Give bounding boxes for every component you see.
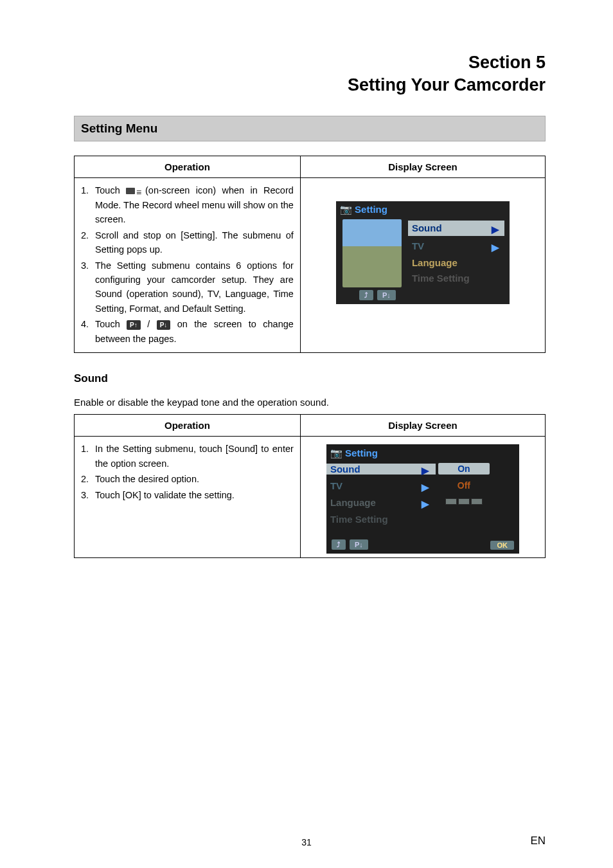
display-cell: 📷 Setting Sound▶ On TV▶ Off Language▶ [300, 437, 545, 558]
flag-icon [458, 498, 470, 505]
list-item: 1. In the Setting submenu, touch [Sound]… [81, 442, 294, 471]
table-sound: Operation Display Screen 1. In the Setti… [74, 414, 546, 558]
section-line: Section 5 [468, 53, 546, 72]
list-item: 3. The Setting submenu contains 6 option… [81, 258, 294, 316]
page-down-button[interactable]: P↓ [350, 539, 368, 550]
screen-title: 📷 Setting [326, 444, 519, 460]
screen-footer: P↓ [359, 290, 396, 300]
flag-icon [471, 498, 483, 505]
option-row-language[interactable]: Language▶ [326, 494, 519, 511]
title-line: Setting Your Camcorder [348, 75, 546, 95]
table-setting-menu: Operation Display Screen 1. Touch (on-sc… [74, 156, 546, 353]
option-value-on[interactable]: On [438, 463, 490, 475]
menu-item-language[interactable]: Language [408, 255, 504, 271]
th-display: Display Screen [300, 415, 545, 437]
step-number: 3. [81, 258, 95, 316]
list-item: 1. Touch (on-screen icon) when in Record… [81, 183, 294, 226]
step-number: 1. [81, 442, 95, 471]
list-item: 3. Touch [OK] to validate the setting. [81, 488, 294, 502]
page: Section 5 Setting Your Camcorder Setting… [0, 0, 613, 868]
screen-footer-left: P↓ [332, 539, 368, 550]
flag-icon [445, 498, 457, 505]
operation-cell: 1. Touch (on-screen icon) when in Record… [75, 178, 301, 353]
step-text: The Setting submenu contains 6 options f… [95, 258, 294, 316]
back-button[interactable] [359, 290, 373, 300]
chevron-right-icon: ▶ [422, 498, 429, 510]
list-item: 4. Touch P↑ / P↓ on the screen to change… [81, 317, 294, 346]
step-text: Scroll and stop on [Setting]. The submen… [95, 228, 294, 257]
option-row-sound[interactable]: Sound▶ On [326, 460, 519, 477]
step-text: Touch P↑ / P↓ on the screen to change be… [95, 317, 294, 346]
list-item: 2. Touch the desired option. [81, 472, 294, 486]
display-screen-sound: 📷 Setting Sound▶ On TV▶ Off Language▶ [326, 444, 519, 554]
step-text: In the Setting submenu, touch [Sound] to… [95, 442, 294, 471]
menu-item-tv[interactable]: TV▶ [408, 239, 504, 254]
display-screen-setting: 📷 Setting Sound▶ TV▶ Language Time Setti… [336, 201, 510, 304]
option-row-tv[interactable]: TV▶ Off [326, 477, 519, 494]
page-up-icon: P↑ [127, 320, 141, 330]
sound-description: Enable or disable the keypad tone and th… [74, 397, 546, 408]
screen-footer-right: OK [490, 539, 514, 550]
step-number: 4. [81, 317, 95, 346]
back-button[interactable] [332, 539, 346, 550]
operation-cell: 1. In the Setting submenu, touch [Sound]… [75, 437, 301, 558]
menu-icon [126, 186, 145, 195]
menu-item-time-setting[interactable]: Time Setting [408, 271, 504, 286]
th-operation: Operation [75, 156, 301, 178]
sound-heading: Sound [74, 372, 546, 385]
screen-title: 📷 Setting [336, 201, 510, 218]
page-down-icon: P↓ [157, 320, 171, 330]
language-flags [438, 498, 490, 507]
step-number: 2. [81, 472, 95, 486]
step-number: 2. [81, 228, 95, 257]
menu-item-sound[interactable]: Sound▶ [408, 221, 504, 236]
list-item: 2. Scroll and stop on [Setting]. The sub… [81, 228, 294, 257]
option-value-off[interactable]: Off [438, 480, 490, 491]
step-text: Touch the desired option. [95, 472, 294, 486]
ok-button[interactable]: OK [490, 541, 514, 550]
chevron-right-icon: ▶ [492, 222, 499, 237]
th-display: Display Screen [300, 156, 545, 178]
page-number: 31 [0, 837, 613, 847]
operation-list: 1. In the Setting submenu, touch [Sound]… [75, 437, 300, 509]
page-down-button[interactable]: P↓ [377, 290, 396, 300]
language-mark: EN [530, 835, 546, 847]
thumbnail-preview [342, 219, 402, 287]
chevron-right-icon: ▶ [422, 465, 429, 476]
step-number: 1. [81, 183, 95, 226]
step-text: Touch [OK] to validate the setting. [95, 488, 294, 502]
th-operation: Operation [75, 415, 301, 437]
display-cell: 📷 Setting Sound▶ TV▶ Language Time Setti… [300, 178, 545, 353]
setting-menu-bar: Setting Menu [74, 116, 546, 141]
option-row-time-setting[interactable]: Time Setting [326, 511, 519, 527]
operation-list: 1. Touch (on-screen icon) when in Record… [75, 178, 300, 352]
step-number: 3. [81, 488, 95, 502]
chevron-right-icon: ▶ [422, 482, 429, 493]
chevron-right-icon: ▶ [492, 240, 499, 255]
section-title: Section 5 Setting Your Camcorder [74, 51, 546, 96]
step-text: Touch (on-screen icon) when in Record Mo… [95, 183, 294, 226]
